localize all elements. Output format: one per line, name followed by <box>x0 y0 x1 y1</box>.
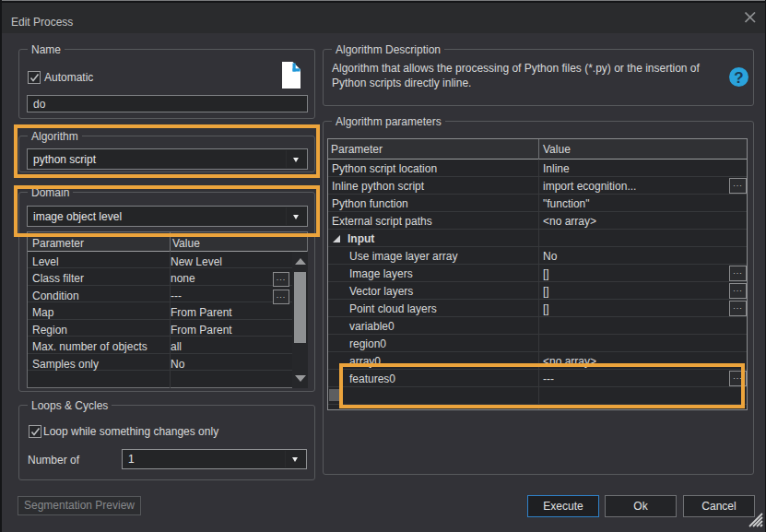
svg-text:?: ? <box>734 69 743 87</box>
